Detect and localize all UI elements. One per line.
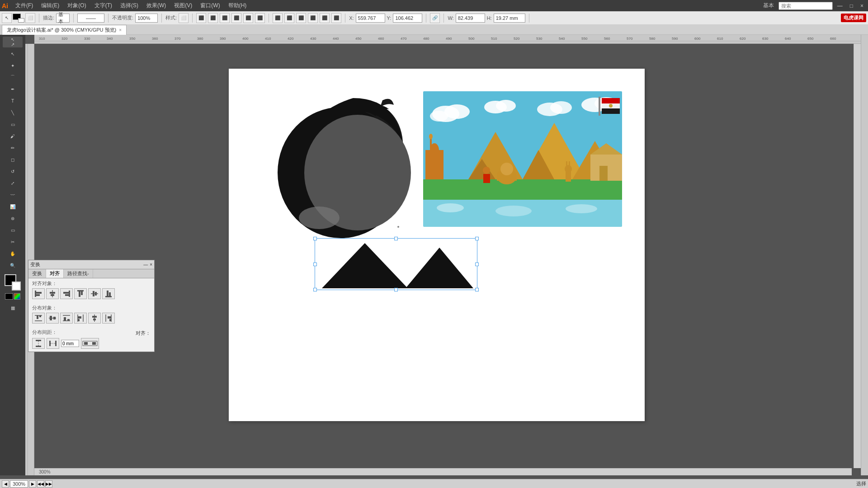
dist-b-btn[interactable]: ⬛ [308, 13, 318, 23]
pattern-btn[interactable]: ▦ [3, 302, 23, 313]
graph-btn[interactable]: 📊 [3, 201, 23, 212]
h-input[interactable]: 19.27 mm [494, 14, 525, 23]
dist-v-space-btn[interactable] [32, 338, 45, 349]
artboard-btn[interactable]: ▭ [3, 225, 23, 235]
menu-view[interactable]: 视图(V) [170, 1, 196, 10]
zoom-value[interactable]: 300% [10, 480, 28, 488]
tab-transform[interactable]: 变换 [28, 269, 46, 278]
y-input[interactable]: 106.462 [393, 14, 422, 23]
x-input[interactable]: 559.767 [356, 14, 385, 23]
menu-text[interactable]: 文字(T) [91, 1, 116, 10]
align-h-center-btn[interactable] [46, 288, 59, 299]
hand-btn[interactable]: ✋ [3, 248, 23, 259]
rotate-btn[interactable]: ↺ [3, 166, 23, 177]
panel-collapse-btn[interactable]: — [143, 262, 148, 267]
pen-tool-btn[interactable]: ✒ [3, 84, 23, 94]
minimize-button[interactable]: — [835, 2, 845, 10]
align-center-btn[interactable]: ⬛ [208, 13, 218, 23]
prev-frame-btn[interactable]: ◀◀ [37, 480, 44, 488]
align-middle-btn[interactable]: ⬛ [243, 13, 253, 23]
dist-h-space-btn[interactable] [47, 338, 59, 349]
dist-v-btn[interactable]: ⬛ [284, 13, 294, 23]
align-top-edges-btn[interactable] [74, 288, 87, 299]
dist-right-btn[interactable] [102, 313, 115, 324]
rect-tool-btn[interactable]: ▭ [3, 119, 23, 130]
symbol-spray-btn[interactable]: ⊛ [3, 213, 23, 224]
close-button[interactable]: × [858, 2, 866, 10]
maximize-button[interactable]: □ [847, 2, 856, 10]
menu-edit[interactable]: 编辑(E) [38, 1, 63, 10]
align-left-edges-btn[interactable] [32, 288, 45, 299]
align-to-selection-btn[interactable] [81, 338, 99, 349]
tab-pathfinder[interactable]: 路径查找- [64, 269, 93, 278]
style-icon[interactable]: ⬜ [179, 13, 189, 23]
document-tab[interactable]: 龙虎logo设计稿案.ai* @ 300% (CMYK/GPU 预览) × [2, 25, 127, 35]
canvas-content[interactable] [34, 44, 861, 466]
align-right-btn[interactable]: ⬛ [220, 13, 230, 23]
spacing-input[interactable] [61, 340, 79, 347]
dist-hcenter-btn[interactable] [88, 313, 101, 324]
menu-effect[interactable]: 效果(W) [143, 1, 170, 10]
zoom-out-btn[interactable]: ◀ [2, 480, 9, 488]
canvas-area[interactable]: 310 320 330 340 350 360 370 380 390 400 … [25, 35, 861, 475]
menu-help[interactable]: 帮助(H) [225, 1, 250, 10]
menu-select[interactable]: 选择(S) [117, 1, 142, 10]
handle-mr[interactable] [475, 263, 479, 266]
align-v-center-btn[interactable] [88, 288, 101, 299]
warp-btn[interactable]: 〰 [3, 189, 23, 200]
magic-wand-btn[interactable]: ✦ [3, 60, 23, 71]
gradient-swatch[interactable] [14, 293, 20, 300]
select-tool-btn[interactable]: ↖ [2, 13, 12, 23]
handle-ml[interactable] [313, 263, 317, 266]
eraser-btn[interactable]: ◻ [3, 154, 23, 165]
stroke-weight-input[interactable]: 基本 [56, 14, 70, 23]
zoom-btn[interactable]: 🔍 [3, 260, 23, 271]
dist-h-btn[interactable]: ⬛ [273, 13, 283, 23]
handle-tm[interactable] [394, 237, 398, 240]
pencil-btn[interactable]: ✏ [3, 142, 23, 153]
menu-file[interactable]: 文件(F) [12, 1, 37, 10]
handle-br[interactable] [475, 288, 479, 291]
fill-style-btn[interactable]: ⬜ [25, 13, 35, 23]
direct-select-btn[interactable]: ↖ [3, 48, 23, 59]
line-tool-btn[interactable]: ╲ [3, 107, 23, 118]
menu-object[interactable]: 对象(O) [64, 1, 90, 10]
align-top-btn[interactable]: ⬛ [231, 13, 241, 23]
link-icon[interactable]: 🔗 [430, 13, 440, 23]
scale-btn[interactable]: ⤢ [3, 178, 23, 188]
menu-window[interactable]: 窗口(W) [197, 1, 223, 10]
tab-close-btn[interactable]: × [119, 28, 122, 33]
dist-bottom-btn[interactable] [60, 313, 73, 324]
handle-tl[interactable] [313, 237, 317, 240]
stroke-line-style[interactable]: —— [77, 14, 104, 23]
align-bottom-edges-btn[interactable] [102, 288, 115, 299]
dist-r-btn[interactable]: ⬛ [331, 13, 341, 23]
handle-tr[interactable] [475, 237, 479, 240]
panel-close-btn[interactable]: × [150, 262, 152, 267]
h-scrollbar[interactable]: 300% [34, 468, 852, 475]
dist-top-btn[interactable] [32, 313, 45, 324]
dist-l-btn[interactable]: ⬛ [320, 13, 330, 23]
type-tool-btn[interactable]: T [3, 95, 23, 106]
handle-bm[interactable] [394, 288, 398, 291]
tab-align[interactable]: 对齐 [46, 269, 64, 278]
w-input[interactable]: 82.439 [456, 14, 485, 23]
dist-t-btn[interactable]: ⬛ [296, 13, 306, 23]
dist-left-btn[interactable] [74, 313, 87, 324]
none-swatch[interactable] [5, 293, 13, 300]
background-color[interactable] [12, 282, 21, 291]
handle-bl[interactable] [313, 288, 317, 291]
stroke-color-swatch[interactable] [18, 18, 24, 23]
selection-tool-btn[interactable]: ↖↗ [3, 37, 23, 47]
opacity-input[interactable]: 100% [135, 14, 158, 23]
slice-btn[interactable]: ✂ [3, 236, 23, 247]
dist-vcenter-btn[interactable] [46, 313, 59, 324]
search-input[interactable] [778, 2, 833, 10]
paintbrush-btn[interactable]: 🖌 [3, 131, 23, 141]
lasso-btn[interactable]: ⌒ [3, 72, 23, 83]
align-bottom-btn[interactable]: ⬛ [255, 13, 265, 23]
next-frame-btn[interactable]: ▶▶ [45, 480, 52, 488]
zoom-in-btn[interactable]: ▶ [29, 480, 36, 488]
v-scrollbar[interactable] [854, 44, 861, 468]
align-right-edges-btn[interactable] [60, 288, 73, 299]
